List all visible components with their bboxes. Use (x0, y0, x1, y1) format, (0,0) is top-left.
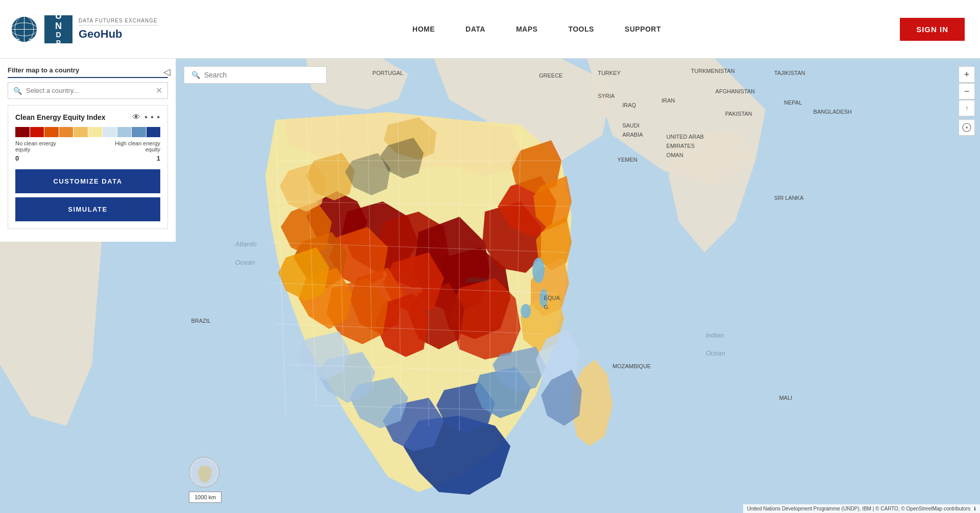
nav-data[interactable]: DATA (465, 25, 485, 33)
zoom-controls: + − ↑ (959, 66, 975, 136)
color-swatch-dark-blue (146, 127, 161, 137)
eye-icon[interactable]: 👁 (132, 113, 140, 122)
map-search-icon: 🔍 (191, 71, 200, 79)
attribution: United Nations Development Programme (UN… (743, 504, 980, 513)
info-icon[interactable]: ℹ (974, 506, 976, 511)
un-emblem (10, 15, 38, 43)
nav-support[interactable]: SUPPORT (625, 25, 661, 33)
logo-area: U N D P DATA FUTURES EXCHANGE GeoHub (0, 15, 174, 43)
mini-map-svg (190, 458, 218, 486)
nav-tools[interactable]: TOOLS (568, 25, 594, 33)
data-futures-label: DATA FUTURES EXCHANGE (79, 18, 158, 25)
compass-button[interactable] (959, 119, 975, 136)
main-nav: HOME DATA MAPS TOOLS SUPPORT (174, 25, 900, 33)
clear-country-button[interactable]: ✕ (156, 86, 162, 95)
svg-point-8 (521, 304, 531, 318)
scale-bar: 1000 km (189, 492, 222, 503)
map-container: Atlantic Ocean Indian Ocean PORTUGAL GRE… (0, 59, 980, 513)
reset-bearing-button[interactable]: ↑ (959, 100, 975, 116)
min-value: 0 (15, 155, 19, 162)
nav-home[interactable]: HOME (412, 25, 435, 33)
undp-logo: U N D P (44, 15, 72, 43)
max-value: 1 (157, 155, 160, 162)
legend-title: Clean Energy Equity Index (15, 113, 106, 121)
color-swatch-orange-red (44, 127, 59, 137)
customize-data-button[interactable]: CUSTOMIZE DATA (15, 169, 160, 193)
legend-header: Clean Energy Equity Index 👁 • • • (15, 113, 160, 122)
geohub-label: GeoHub (79, 28, 158, 41)
scale-label: 1000 km (194, 494, 216, 500)
country-search-input[interactable] (26, 87, 152, 94)
map-search: 🔍 (184, 66, 327, 84)
simulate-button[interactable]: SIMULATE (15, 197, 160, 221)
search-icon: 🔍 (13, 87, 22, 95)
sign-in-button[interactable]: SIGN IN (900, 18, 965, 41)
more-options-icon[interactable]: • • • (144, 113, 160, 122)
header: U N D P DATA FUTURES EXCHANGE GeoHub HOM… (0, 0, 980, 59)
no-clean-energy-label: No clean energy equity (15, 140, 66, 152)
color-swatch-red (30, 127, 44, 137)
svg-point-7 (540, 289, 548, 307)
left-panel: Filter map to a country ◁ 🔍 ✕ Clean Ener… (0, 59, 176, 242)
color-swatch-yellow (88, 127, 103, 137)
filter-map-title: Filter map to a country (8, 66, 168, 78)
color-swatch-very-light-blue (103, 127, 117, 137)
collapse-panel-button[interactable]: ◁ (163, 66, 170, 78)
color-swatch-medium-blue (132, 127, 146, 137)
legend-card: Clean Energy Equity Index 👁 • • • (8, 105, 168, 229)
map-search-box[interactable]: 🔍 (184, 66, 327, 84)
high-clean-energy-label: High clean energy equity (109, 140, 160, 152)
svg-point-26 (966, 126, 968, 129)
color-bar (15, 127, 160, 137)
attribution-text: United Nations Development Programme (UN… (747, 506, 971, 511)
svg-point-6 (532, 258, 545, 283)
zoom-in-button[interactable]: + (959, 66, 975, 83)
zoom-out-button[interactable]: − (959, 83, 975, 99)
legend-values: 0 1 (15, 155, 160, 162)
color-swatch-light-orange (74, 127, 88, 137)
logo-text: DATA FUTURES EXCHANGE GeoHub (79, 18, 158, 41)
color-swatch-light-blue (117, 127, 132, 137)
country-search-row[interactable]: 🔍 ✕ (8, 82, 168, 99)
mini-map (189, 457, 219, 488)
color-swatch-dark-red (15, 127, 30, 137)
map-search-input[interactable] (204, 71, 319, 79)
nav-maps[interactable]: MAPS (516, 25, 537, 33)
color-swatch-orange (59, 127, 74, 137)
legend-icons: 👁 • • • (132, 113, 160, 122)
legend-labels: No clean energy equity High clean energy… (15, 140, 160, 152)
